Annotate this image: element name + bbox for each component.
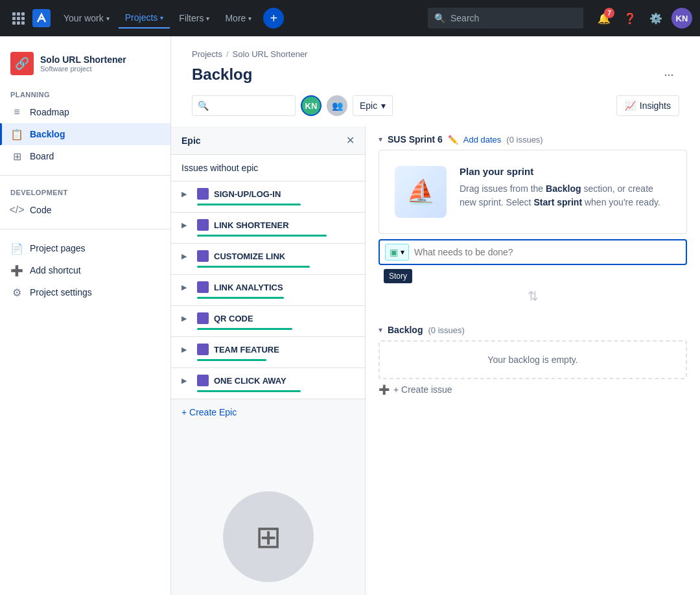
user-filter-avatar[interactable]: KN — [301, 95, 321, 116]
projects-chevron: ▾ — [160, 14, 163, 21]
svg-rect-2 — [21, 12, 25, 16]
issues-without-epic[interactable]: Issues without epic — [171, 155, 365, 181]
development-section-header: DEVELOPMENT — [0, 183, 170, 199]
epic-expand-icon: ▶ — [181, 283, 192, 292]
insights-chart-icon: 📈 — [625, 100, 636, 111]
project-name: Solo URL Shortener — [40, 54, 126, 65]
create-button[interactable]: + — [263, 8, 284, 29]
app-logo[interactable] — [31, 8, 52, 29]
backlog-toggle[interactable]: ▾ — [379, 325, 382, 334]
backlog-search[interactable]: 🔍 — [192, 95, 296, 116]
svg-rect-7 — [17, 21, 20, 25]
sidebar-divider-2 — [0, 229, 170, 229]
create-issue-button[interactable]: ➕ + Create issue — [379, 379, 452, 400]
insights-button[interactable]: 📈 Insights — [616, 95, 679, 116]
epic-list-item[interactable]: ▶ TEAM FEATURE — [171, 337, 365, 368]
project-type: Software project — [40, 65, 126, 73]
projects-nav[interactable]: Projects ▾ — [119, 8, 170, 29]
epic-panel-header: Epic ✕ — [171, 126, 365, 155]
svg-rect-1 — [17, 12, 20, 16]
epic-list-item[interactable]: ▶ CUSTOMIZE LINK — [171, 244, 365, 275]
epic-panel-close-button[interactable]: ✕ — [346, 134, 355, 146]
svg-rect-0 — [12, 12, 16, 16]
sprint-pencil-icon: ✏️ — [448, 135, 458, 145]
svg-rect-6 — [12, 21, 16, 25]
epic-progress-bar — [197, 297, 284, 299]
sprint-toggle[interactable]: ▾ — [379, 135, 382, 144]
apps-grid-icon[interactable] — [8, 8, 29, 29]
sidebar-item-roadmap[interactable]: ≡ Roadmap — [0, 101, 170, 123]
epic-progress-bar — [197, 328, 292, 330]
more-options-button[interactable]: ··· — [659, 64, 679, 85]
filters-nav[interactable]: Filters ▾ — [172, 8, 216, 29]
sidebar-item-board[interactable]: ⊞ Board — [0, 145, 170, 167]
epic-color-icon — [197, 219, 209, 231]
your-work-nav[interactable]: Your work ▾ — [57, 8, 116, 29]
epic-progress-bar — [197, 204, 301, 205]
epic-expand-icon: ▶ — [181, 345, 192, 354]
issue-input-field[interactable] — [414, 247, 681, 257]
create-epic-button[interactable]: + Create Epic — [171, 399, 365, 425]
sidebar-item-project-pages[interactable]: 📄 Project pages — [0, 237, 170, 259]
story-tooltip: Story — [384, 269, 412, 283]
filters-row: 🔍 KN 👥 Epic ▾ 📈 Insights — [171, 95, 700, 126]
breadcrumb-project-name[interactable]: Solo URL Shortener — [233, 49, 308, 59]
create-issue-plus-icon: ➕ — [379, 384, 390, 395]
epic-item-label: CUSTOMIZE LINK — [214, 251, 355, 261]
board-icon: ⊞ — [10, 150, 23, 163]
your-work-chevron: ▾ — [106, 15, 110, 22]
epic-list-item[interactable]: ▶ LINK SHORTENER — [171, 213, 365, 244]
search-icon: 🔍 — [198, 100, 209, 111]
sprint-card: ⛵ Plan your sprint Drag issues from the … — [379, 150, 687, 234]
add-dates-button[interactable]: Add dates — [463, 135, 502, 145]
notification-badge: 7 — [604, 8, 614, 18]
epic-filter-button[interactable]: Epic ▾ — [353, 95, 393, 116]
epic-panel: Epic ✕ Issues without epic ▶ SIGN-UP/LOG… — [171, 126, 366, 595]
sidebar-item-backlog[interactable]: 📋 Backlog — [0, 123, 170, 145]
user-avatar[interactable]: KN — [671, 8, 692, 29]
content-area: Projects / Solo URL Shortener Backlog ··… — [171, 36, 700, 595]
help-button[interactable]: ❓ — [620, 8, 640, 29]
epic-expand-icon: ▶ — [181, 314, 192, 323]
sidebar-item-add-shortcut[interactable]: ➕ Add shortcut — [0, 259, 170, 281]
group-filter-avatar[interactable]: 👥 — [327, 95, 347, 116]
svg-rect-4 — [17, 17, 20, 20]
project-header: 🔗 Solo URL Shortener Software project — [0, 47, 170, 86]
epic-list-item[interactable]: ▶ ONE CLICK AWAY — [171, 368, 365, 399]
epic-color-icon — [197, 312, 209, 324]
epic-expand-icon: ▶ — [181, 252, 192, 261]
search-icon: 🔍 — [434, 13, 445, 23]
sidebar-divider — [0, 175, 170, 176]
backlog-icon: 📋 — [10, 128, 23, 141]
story-type-icon: ▣ — [390, 247, 398, 257]
epic-expand-icon: ▶ — [181, 190, 192, 198]
epic-progress-bar — [197, 359, 266, 361]
sidebar-item-project-settings[interactable]: ⚙ Project settings — [0, 281, 170, 303]
issue-type-selector[interactable]: ▣ ▾ — [385, 244, 409, 261]
pages-icon: 📄 — [10, 242, 23, 255]
epic-expand-icon: ▶ — [181, 377, 192, 385]
top-navigation: Your work ▾ Projects ▾ Filters ▾ More ▾ … — [0, 0, 700, 36]
plan-sprint-title: Plan your sprint — [460, 166, 671, 177]
epic-list-item[interactable]: ▶ LINK ANALYTICS — [171, 275, 365, 306]
filters-chevron: ▾ — [206, 15, 209, 22]
epic-item-label: TEAM FEATURE — [214, 345, 355, 355]
resize-handle[interactable]: ⇅ — [528, 288, 539, 304]
epic-expand-icon: ▶ — [181, 221, 192, 229]
more-nav[interactable]: More ▾ — [218, 8, 258, 29]
epic-color-icon — [197, 344, 209, 355]
svg-rect-5 — [21, 17, 25, 20]
backlog-panel: ▾ SUS Sprint 6 ✏️ Add dates (0 issues) ⛵… — [366, 126, 700, 595]
epic-color-icon — [197, 250, 209, 262]
settings-button[interactable]: ⚙️ — [646, 8, 666, 29]
page-title: Backlog — [192, 65, 252, 84]
sidebar-item-code[interactable]: </> Code — [0, 199, 170, 221]
notifications-button[interactable]: 🔔 7 — [594, 8, 614, 29]
epic-list-item[interactable]: ▶ QR CODE — [171, 306, 365, 337]
sprint-issue-count: (0 issues) — [506, 135, 542, 145]
breadcrumb-projects[interactable]: Projects — [192, 49, 222, 59]
nav-right-icons: 🔔 7 ❓ ⚙️ KN — [594, 8, 692, 29]
search-bar[interactable]: 🔍 Search — [428, 8, 583, 29]
epic-list-item[interactable]: ▶ SIGN-UP/LOG-IN — [171, 181, 365, 213]
backlog-section-title: Backlog — [388, 325, 423, 335]
